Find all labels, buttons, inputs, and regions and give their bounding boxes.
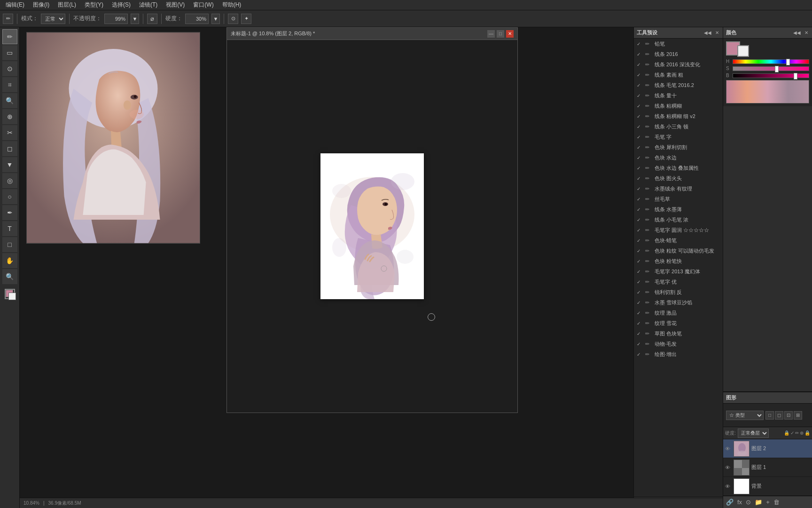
- zoom-tool[interactable]: 🔍: [2, 269, 17, 284]
- shape-btn2[interactable]: ◻: [775, 411, 783, 420]
- shape-btn4[interactable]: ⊞: [794, 411, 802, 420]
- preset-item-14[interactable]: ✓ ✏ 水墨绒余 有纹理: [634, 183, 723, 194]
- preset-item-16[interactable]: ✓ ✏ 线条 水墨薄: [634, 204, 723, 214]
- crop-tool[interactable]: ⌗: [2, 77, 17, 92]
- airbrush-icon[interactable]: ⌀: [147, 14, 157, 24]
- layers-mode-select[interactable]: 正常叠层: [738, 429, 769, 438]
- opacity-input[interactable]: [104, 14, 128, 24]
- preset-item-27[interactable]: ✓ ✏ 纹理 雪花: [634, 318, 723, 328]
- menu-edit[interactable]: 编辑(E): [2, 0, 28, 10]
- preset-item-9[interactable]: ✓ ✏ 毛笔 字: [634, 132, 723, 142]
- layer-item-2[interactable]: 👁 图层 2: [723, 439, 812, 458]
- menu-help[interactable]: 帮助(H): [219, 0, 245, 10]
- shape-btn3[interactable]: ⊡: [784, 411, 793, 420]
- doc-minimize[interactable]: —: [487, 30, 495, 38]
- add-mask-icon[interactable]: ⊙: [746, 499, 751, 506]
- menu-type[interactable]: 类型(Y): [81, 0, 107, 10]
- select-tool[interactable]: ▭: [2, 45, 17, 60]
- background-swatch[interactable]: [737, 45, 749, 57]
- close-tool-presets[interactable]: ✕: [714, 30, 720, 35]
- add-link-icon[interactable]: 🔗: [726, 499, 734, 506]
- preset-item-29[interactable]: ✓ ✏ 动物·毛发: [634, 339, 723, 349]
- lock-all-icon[interactable]: 🔒: [804, 430, 810, 436]
- preset-item-30[interactable]: ✓ ✏ 绘图·增出: [634, 349, 723, 359]
- text-tool[interactable]: T: [2, 221, 17, 236]
- new-group-icon[interactable]: 📁: [755, 499, 762, 506]
- preset-item-17[interactable]: ✓ ✏ 线条 小毛笔 浓: [634, 214, 723, 225]
- brush-extra-icon[interactable]: ✦: [241, 14, 251, 24]
- preset-item-21[interactable]: ✓ ✏ 色块 粉笔快: [634, 256, 723, 266]
- preset-item-5[interactable]: ✓ ✏ 线条 量十: [634, 90, 723, 101]
- preset-item-26[interactable]: ✓ ✏ 纹理 激品: [634, 308, 723, 318]
- preset-item-24[interactable]: ✓ ✏ 锐利切割 反: [634, 287, 723, 297]
- preset-item-8[interactable]: ✓ ✏ 线条 小三角 顿: [634, 121, 723, 132]
- eraser-tool[interactable]: ◻: [2, 141, 17, 156]
- fill-tool[interactable]: ▼: [2, 157, 17, 172]
- shape-btn1[interactable]: □: [765, 411, 774, 420]
- layer1-visibility[interactable]: 👁: [725, 465, 732, 470]
- bg-visibility[interactable]: 👁: [725, 484, 732, 489]
- preset-item-23[interactable]: ✓ ✏ 毛笔字 优: [634, 277, 723, 287]
- menu-view[interactable]: 视图(V): [162, 0, 188, 10]
- preset-item-6[interactable]: ✓ ✏ 线条 粘稠糊: [634, 101, 723, 111]
- foreground-color[interactable]: [5, 289, 15, 299]
- preset-item-4[interactable]: ✓ ✏ 线条 毛笔 2016.2: [634, 80, 723, 90]
- brush-tool[interactable]: ✏: [2, 29, 17, 44]
- shape-type-select[interactable]: ☆ 类型: [726, 411, 764, 420]
- brush-options-icon[interactable]: ⊙: [228, 14, 238, 24]
- pen-tool[interactable]: ✒: [2, 205, 17, 220]
- sat-slider[interactable]: [733, 66, 809, 71]
- menu-select[interactable]: 选择(S): [108, 0, 134, 10]
- lasso-tool[interactable]: ⊙: [2, 61, 17, 76]
- hand-tool[interactable]: ✋: [2, 253, 17, 268]
- lock-position-icon[interactable]: ⊕: [800, 430, 804, 436]
- mode-select[interactable]: 正常: [41, 14, 65, 24]
- menu-filter[interactable]: 滤镜(T): [135, 0, 161, 10]
- menu-layer[interactable]: 图层(L): [54, 0, 80, 10]
- preset-item-10[interactable]: ✓ ✏ 色块 犀利切割: [634, 142, 723, 152]
- clone-tool[interactable]: ✂: [2, 125, 17, 140]
- color-spectrum[interactable]: [726, 80, 809, 103]
- menu-image[interactable]: 图像(I): [29, 0, 53, 10]
- close-color[interactable]: ✕: [804, 30, 809, 35]
- preset-item-19[interactable]: ✓ ✏ 色块·蜡笔: [634, 235, 723, 246]
- doc-canvas[interactable]: [227, 40, 517, 413]
- preset-item-11[interactable]: ✓ ✏ 色块 水边: [634, 152, 723, 163]
- heal-tool[interactable]: ⊕: [2, 109, 17, 124]
- lock-icon[interactable]: 🔒: [784, 430, 789, 436]
- layer-item-1[interactable]: 👁 图层 1: [723, 458, 812, 477]
- opacity-toggle[interactable]: ▼: [131, 14, 139, 24]
- delete-layer-icon[interactable]: 🗑: [773, 499, 780, 506]
- collapse-color[interactable]: ◀◀: [792, 30, 802, 35]
- preset-item-28[interactable]: ✓ ✏ 草图 色块笔: [634, 328, 723, 339]
- doc-maximize[interactable]: □: [497, 30, 504, 38]
- tool-brush-icon[interactable]: ✏: [3, 14, 13, 24]
- collapse-tool-presets[interactable]: ◀◀: [703, 30, 712, 35]
- preset-item-3[interactable]: ✓ ✏ 线条 素画 粗: [634, 70, 723, 80]
- preset-item-0[interactable]: ✓ ✏ 铅笔: [634, 39, 723, 49]
- preset-item-2[interactable]: ✓ ✏ 线条 2016 深浅变化: [634, 59, 723, 70]
- hardness-toggle[interactable]: ▼: [211, 14, 220, 24]
- preset-item-12[interactable]: ✓ ✏ 色块 水边 叠加属性: [634, 163, 723, 173]
- add-style-icon[interactable]: fx: [737, 499, 742, 506]
- preset-item-22[interactable]: ✓ ✏ 毛笔字 2013 魔幻体: [634, 266, 723, 277]
- menu-window[interactable]: 窗口(W): [189, 0, 217, 10]
- preset-item-20[interactable]: ✓ ✏ 色块 粒纹 可以随动仿毛发: [634, 246, 723, 256]
- layer2-visibility[interactable]: 👁: [725, 446, 732, 452]
- preset-item-18[interactable]: ✓ ✏ 毛笔字 圆润 ☆☆☆☆☆: [634, 225, 723, 235]
- preset-item-13[interactable]: ✓ ✏ 色块 图火头: [634, 173, 723, 183]
- blur-tool[interactable]: ◎: [2, 173, 17, 188]
- shape-tool[interactable]: □: [2, 237, 17, 252]
- eyedropper-tool[interactable]: 🔍: [2, 93, 17, 108]
- preset-item-7[interactable]: ✓ ✏ 线条 粘稠糊 细 v2: [634, 111, 723, 121]
- canvas-area[interactable]: 未标题-1 @ 10.8% (图层 2, RGB/8) * — □ ✕: [20, 27, 633, 508]
- preset-item-15[interactable]: ✓ ✏ 丝毛草: [634, 194, 723, 204]
- doc-close[interactable]: ✕: [506, 30, 514, 38]
- bright-slider[interactable]: [733, 73, 809, 78]
- preset-item-25[interactable]: ✓ ✏ 水墨 雪球豆沙馅: [634, 297, 723, 308]
- lock-transparent-icon[interactable]: ✓: [790, 430, 794, 436]
- lock-brush-icon[interactable]: ✏: [795, 430, 799, 436]
- hue-slider[interactable]: [733, 59, 809, 64]
- new-layer-icon[interactable]: +: [766, 499, 770, 506]
- dodge-tool[interactable]: ○: [2, 189, 17, 204]
